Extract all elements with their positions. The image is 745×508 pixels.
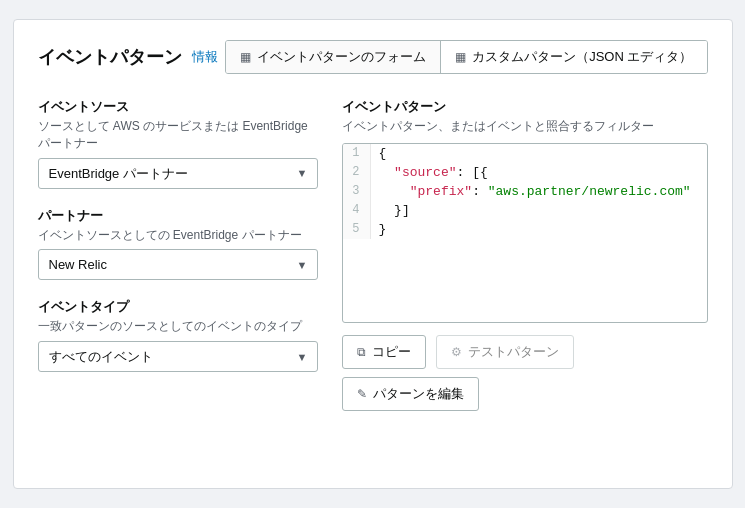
event-type-select-wrapper: すべてのイベント ▼ [38,341,318,372]
content-area: イベントソース ソースとして AWS のサービスまたは EventBridge … [38,98,708,411]
tab-json-label: カスタムパターン（JSON エディタ） [472,48,692,66]
source-select[interactable]: EventBridge パートナー [38,158,318,189]
right-panel-desc: イベントパターン、またはイベントと照合するフィルター [342,118,708,135]
line-content-5: } [371,220,707,239]
line-number-2: 2 [343,163,371,182]
copy-icon: ⧉ [357,345,366,359]
page-title: イベントパターン [38,45,182,69]
info-link[interactable]: 情報 [192,48,218,66]
line-content-4: }] [371,201,707,220]
code-editor: 1 { 2 "source": [{ 3 "prefix": "aws.part… [342,143,708,323]
test-icon: ⚙ [451,345,462,359]
partner-label: パートナー [38,207,318,225]
line-number-5: 5 [343,220,371,239]
source-desc: ソースとして AWS のサービスまたは EventBridge パートナー [38,118,318,152]
partner-desc: イベントソースとしての EventBridge パートナー [38,227,318,244]
main-card: イベントパターン 情報 ▦ イベントパターンのフォーム ▦ カスタムパターン（J… [13,19,733,489]
tab-form[interactable]: ▦ イベントパターンのフォーム [226,41,441,73]
code-lines: 1 { 2 "source": [{ 3 "prefix": "aws.part… [343,144,707,239]
field-group-source: イベントソース ソースとして AWS のサービスまたは EventBridge … [38,98,318,189]
header-left: イベントパターン 情報 [38,45,218,69]
event-type-desc: 一致パターンのソースとしてのイベントのタイプ [38,318,318,335]
line-content-2: "source": [{ [371,163,707,182]
tab-form-icon: ▦ [240,50,251,64]
event-type-select[interactable]: すべてのイベント [38,341,318,372]
event-type-label: イベントタイプ [38,298,318,316]
right-panel-title: イベントパターン [342,98,708,116]
edit-icon: ✎ [357,387,367,401]
right-panel: イベントパターン イベントパターン、またはイベントと照合するフィルター 1 { … [342,98,708,411]
tab-group: ▦ イベントパターンのフォーム ▦ カスタムパターン（JSON エディタ） [225,40,707,74]
action-row-2: ✎ パターンを編集 [342,377,708,411]
field-group-event-type: イベントタイプ 一致パターンのソースとしてのイベントのタイプ すべてのイベント … [38,298,318,372]
action-row-1: ⧉ コピー ⚙ テストパターン [342,335,708,369]
copy-label: コピー [372,343,411,361]
code-line-1: 1 { [343,144,707,163]
source-select-wrapper: EventBridge パートナー ▼ [38,158,318,189]
field-group-partner: パートナー イベントソースとしての EventBridge パートナー New … [38,207,318,281]
test-pattern-button[interactable]: ⚙ テストパターン [436,335,574,369]
tab-form-label: イベントパターンのフォーム [257,48,426,66]
line-content-3: "prefix": "aws.partner/newrelic.com" [371,182,707,201]
line-number-4: 4 [343,201,371,220]
code-line-5: 5 } [343,220,707,239]
code-line-2: 2 "source": [{ [343,163,707,182]
line-number-1: 1 [343,144,371,163]
partner-select-wrapper: New Relic ▼ [38,249,318,280]
edit-pattern-button[interactable]: ✎ パターンを編集 [342,377,479,411]
code-line-3: 3 "prefix": "aws.partner/newrelic.com" [343,182,707,201]
copy-button[interactable]: ⧉ コピー [342,335,426,369]
source-label: イベントソース [38,98,318,116]
header-row: イベントパターン 情報 ▦ イベントパターンのフォーム ▦ カスタムパターン（J… [38,40,708,74]
line-number-3: 3 [343,182,371,201]
tab-json[interactable]: ▦ カスタムパターン（JSON エディタ） [441,41,706,73]
code-line-4: 4 }] [343,201,707,220]
edit-label: パターンを編集 [373,385,464,403]
line-content-1: { [371,144,707,163]
tab-json-icon: ▦ [455,50,466,64]
test-label: テストパターン [468,343,559,361]
left-panel: イベントソース ソースとして AWS のサービスまたは EventBridge … [38,98,318,411]
partner-select[interactable]: New Relic [38,249,318,280]
